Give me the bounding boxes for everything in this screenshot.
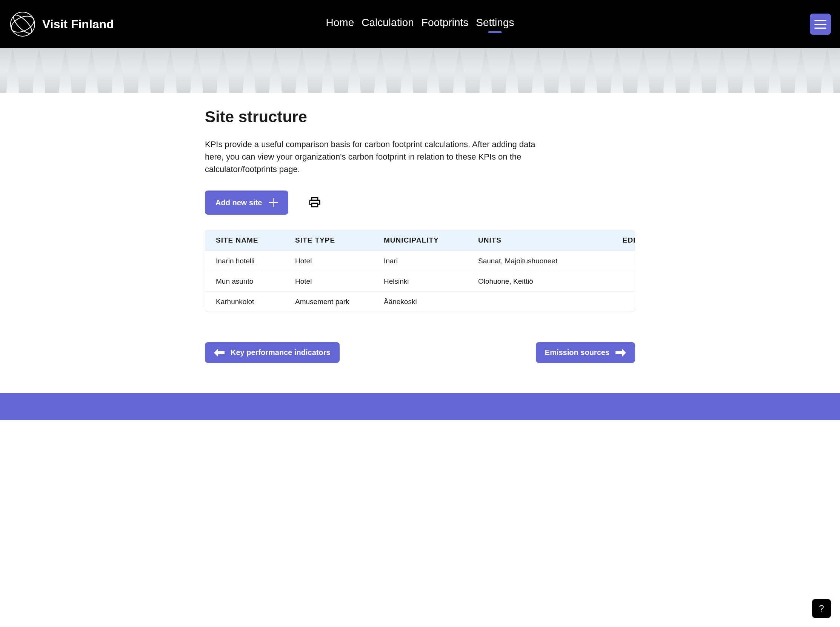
cell-site-type: Amusement park: [295, 298, 384, 306]
logo-icon: [9, 11, 36, 38]
row-menu-button[interactable]: [632, 276, 635, 287]
table-header: SITE NAME SITE TYPE MUNICIPALITY UNITS E…: [205, 230, 635, 250]
action-row: Add new site: [205, 191, 635, 215]
print-icon: [309, 196, 321, 208]
print-button[interactable]: [307, 195, 322, 211]
cell-municipality: Helsinki: [384, 277, 478, 285]
nav-home[interactable]: Home: [326, 17, 355, 32]
hamburger-line-icon: [814, 28, 826, 29]
svg-point-2: [11, 13, 34, 36]
th-municipality: MUNICIPALITY: [384, 236, 478, 244]
nav-settings[interactable]: Settings: [476, 17, 514, 32]
add-button-label: Add new site: [216, 198, 262, 207]
cell-municipality: Inari: [384, 257, 478, 265]
hamburger-line-icon: [814, 20, 826, 21]
cell-site-name: Mun asunto: [216, 277, 295, 285]
nav-footprints[interactable]: Footprints: [421, 17, 469, 32]
th-site-name: SITE NAME: [216, 236, 295, 244]
bottom-nav: Key performance indicators Emission sour…: [205, 342, 635, 363]
table-row: Inarin hotelli Hotel Inari Saunat, Majoi…: [205, 250, 635, 271]
cell-edit: [607, 255, 635, 266]
th-site-type: SITE TYPE: [295, 236, 384, 244]
cell-site-name: Karhunkolot: [216, 298, 295, 306]
sites-table: SITE NAME SITE TYPE MUNICIPALITY UNITS E…: [205, 230, 635, 312]
svg-rect-4: [312, 203, 318, 206]
row-menu-button[interactable]: [632, 255, 635, 266]
footer: [0, 393, 840, 420]
svg-rect-3: [312, 198, 318, 200]
next-button[interactable]: Emission sources: [536, 342, 635, 363]
row-menu-button[interactable]: [632, 296, 635, 307]
cell-municipality: Äänekoski: [384, 298, 478, 306]
logo-text: Visit Finland: [42, 17, 114, 32]
page-description: KPIs provide a useful comparison basis f…: [205, 138, 552, 175]
cell-site-type: Hotel: [295, 277, 384, 285]
cell-edit: [607, 296, 635, 307]
banner-image: [0, 48, 840, 93]
cell-site-name: Inarin hotelli: [216, 257, 295, 265]
table-row: Karhunkolot Amusement park Äänekoski: [205, 291, 635, 312]
cell-units: Saunat, Majoitushuoneet: [478, 257, 607, 265]
plus-icon: [269, 198, 278, 207]
cell-site-type: Hotel: [295, 257, 384, 265]
arrow-left-icon: [214, 348, 225, 357]
prev-button[interactable]: Key performance indicators: [205, 342, 340, 363]
logo-section[interactable]: Visit Finland: [9, 11, 114, 38]
table-row: Mun asunto Hotel Helsinki Olohuone, Keit…: [205, 271, 635, 291]
page-title: Site structure: [205, 108, 635, 126]
header: Visit Finland Home Calculation Footprint…: [0, 0, 840, 48]
hamburger-line-icon: [814, 24, 826, 25]
cell-edit: [607, 276, 635, 287]
th-edit: EDIT: [607, 236, 635, 244]
main-content: Site structure KPIs provide a useful com…: [205, 93, 635, 378]
arrow-right-icon: [615, 348, 626, 357]
prev-button-label: Key performance indicators: [230, 348, 331, 357]
cell-units: Olohuone, Keittiö: [478, 277, 607, 285]
nav-calculation[interactable]: Calculation: [361, 17, 414, 32]
add-new-site-button[interactable]: Add new site: [205, 191, 288, 215]
hamburger-menu-button[interactable]: [810, 14, 831, 35]
next-button-label: Emission sources: [545, 348, 610, 357]
main-nav: Home Calculation Footprints Settings: [326, 17, 514, 32]
th-units: UNITS: [478, 236, 607, 244]
